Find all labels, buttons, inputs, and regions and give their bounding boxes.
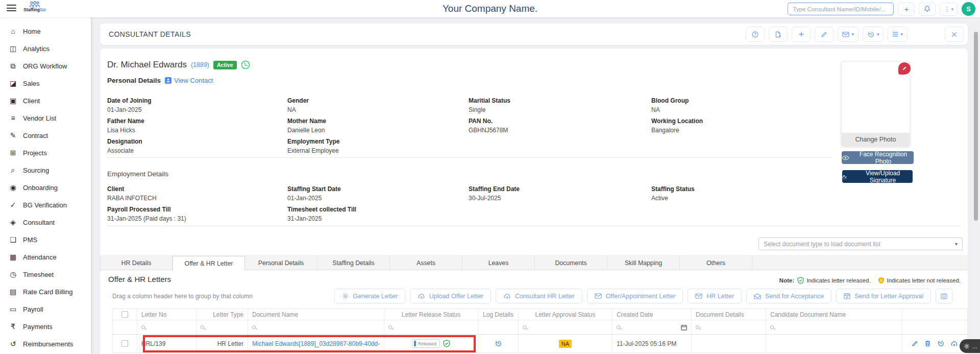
- upload-offer-letter-button[interactable]: Upload Offer Letter: [410, 289, 491, 303]
- scrollbar-thumb[interactable]: [974, 32, 978, 221]
- filter-cell[interactable]: [384, 320, 478, 334]
- sidebar-item-payroll[interactable]: ▭Payroll: [0, 300, 91, 318]
- column-header[interactable]: Letter Release Status: [384, 309, 478, 320]
- document-name-link[interactable]: Michael Edwards[1889]_03d28987-80b9-40dd…: [252, 340, 380, 347]
- sidebar-item-consultant[interactable]: ◈Consultant: [0, 214, 91, 231]
- sidebar-item-client[interactable]: ▣Client: [0, 92, 91, 109]
- photo-edit-button[interactable]: [898, 62, 911, 75]
- sidebar-item-org-workflow[interactable]: ⧉ORG Workflow: [0, 57, 91, 75]
- released-bar-icon: [414, 341, 416, 346]
- column-header[interactable]: Letter Type: [197, 309, 248, 320]
- consultant-hr-letter-button[interactable]: Consultant HR Letter: [496, 289, 582, 303]
- tab-others[interactable]: Others: [680, 256, 752, 270]
- sidebar-item-sales[interactable]: ◪Sales: [0, 75, 91, 92]
- whatsapp-icon[interactable]: [241, 60, 250, 69]
- tab-leaves[interactable]: Leaves: [462, 256, 535, 270]
- add-button[interactable]: +: [898, 3, 915, 16]
- cloud-upload-icon: [418, 293, 425, 299]
- edit-button[interactable]: [815, 27, 834, 42]
- brand-primary: Staffing: [23, 7, 40, 12]
- sidebar-item-bg-verification[interactable]: ✓BG Verification: [0, 196, 91, 214]
- sidebar-item-rate-card-billing[interactable]: ▤Rate Card Billing: [0, 283, 91, 300]
- field-value: Active: [651, 195, 832, 202]
- search-icon: [523, 325, 526, 329]
- filter-cell[interactable]: [766, 320, 902, 334]
- search-icon: [388, 325, 392, 329]
- view-upload-signature-button[interactable]: View/Upload Signature: [842, 170, 913, 183]
- edit-row-button[interactable]: [912, 340, 918, 347]
- help-icon: [752, 31, 758, 38]
- column-header[interactable]: Letter No: [137, 309, 197, 320]
- filter-cell[interactable]: [612, 320, 692, 334]
- send-for-acceptance-button[interactable]: Send for Acceptance: [746, 289, 831, 303]
- close-button[interactable]: [945, 27, 964, 42]
- tab-personal-details[interactable]: Personal Details: [245, 256, 317, 270]
- extension-overlay-button[interactable]: …: [960, 339, 980, 353]
- user-avatar[interactable]: S: [962, 2, 975, 16]
- history-button[interactable]: ▾: [863, 27, 884, 42]
- sidebar-item-analytics[interactable]: ◫Analytics: [0, 40, 91, 57]
- document-add-button[interactable]: [769, 27, 788, 42]
- add-button[interactable]: [792, 27, 811, 42]
- tab-offer-hr-letter[interactable]: Offer & HR Letter: [173, 256, 245, 271]
- table-header-checkbox-cell: [112, 309, 137, 320]
- page-title: CONSULTANT DETAILS: [109, 30, 191, 38]
- consultant-search-input[interactable]: [788, 3, 894, 15]
- column-header[interactable]: Letter Approval Status: [519, 309, 612, 320]
- sidebar-item-pms[interactable]: ❑PMS: [0, 231, 91, 248]
- app-logo[interactable]: StaffingGo: [23, 1, 46, 12]
- select-all-checkbox[interactable]: [121, 311, 128, 318]
- more-options-button[interactable]: ⋮▾: [940, 3, 958, 16]
- sidebar-item-home[interactable]: ⌂Home: [0, 22, 91, 40]
- filter-cell[interactable]: [519, 320, 612, 334]
- field: ClientRABA INFOTECH: [107, 185, 287, 206]
- column-header[interactable]: Document Details: [692, 309, 766, 320]
- sidebar-item-onboarding[interactable]: ◉Onboarding: [0, 179, 91, 196]
- notifications-button[interactable]: [919, 3, 936, 16]
- note-not-released-text: Indicates letter not released.: [887, 277, 961, 284]
- sidebar-item-sourcing[interactable]: ⌕Sourcing: [0, 161, 91, 179]
- sidebar-item-attendance[interactable]: ▦Attendance: [0, 248, 91, 266]
- filter-cell[interactable]: [137, 320, 197, 334]
- row-checkbox[interactable]: [121, 340, 128, 347]
- upload-row-button[interactable]: [950, 340, 958, 347]
- send-for-letter-approval-button[interactable]: Send for Letter Approval: [836, 289, 931, 303]
- generate-letter-button[interactable]: Generate Letter: [334, 289, 405, 303]
- view-contact-link[interactable]: View Contact: [165, 77, 213, 84]
- button-label: Upload Offer Letter: [429, 293, 483, 300]
- section-divider: [107, 226, 961, 226]
- sidebar-item-timesheet[interactable]: ◷Timesheet: [0, 266, 91, 283]
- delete-row-button[interactable]: [924, 340, 932, 347]
- sidebar-item-projects[interactable]: ⊞Projects: [0, 144, 91, 161]
- filter-cell[interactable]: [248, 320, 384, 334]
- tab-staffing-details[interactable]: Staffing Details: [317, 256, 390, 270]
- row-history-button[interactable]: [937, 340, 945, 347]
- offer-appointment-letter-button[interactable]: Offer/Appointment Letter: [587, 289, 683, 303]
- list-button[interactable]: ▾: [888, 27, 908, 42]
- filter-cell[interactable]: [197, 320, 248, 334]
- hamburger-menu-icon[interactable]: [7, 5, 16, 13]
- tab-skill-mapping[interactable]: Skill Mapping: [607, 256, 680, 270]
- help-button[interactable]: [746, 27, 765, 42]
- column-header[interactable]: Candidate Document Name: [766, 309, 902, 320]
- view-contact-label: View Contact: [174, 77, 213, 84]
- mail-button[interactable]: ▾: [838, 27, 859, 42]
- filter-cell[interactable]: [692, 320, 766, 334]
- sidebar-item-contract[interactable]: ✎Contract: [0, 127, 91, 144]
- sidebar-item-vendor-list[interactable]: ≡Vendor List: [0, 109, 91, 127]
- calendar-icon[interactable]: [681, 324, 687, 331]
- column-chooser-button[interactable]: [936, 289, 952, 303]
- column-header[interactable]: Created Date: [612, 309, 692, 320]
- tab-hr-details[interactable]: HR Details: [100, 256, 173, 270]
- document-type-select[interactable]: Select document type to load document li…: [758, 238, 963, 250]
- sidebar-item-payments[interactable]: ₹Payments: [0, 318, 91, 335]
- tab-assets[interactable]: Assets: [390, 256, 462, 270]
- tab-documents[interactable]: Documents: [535, 256, 607, 270]
- column-header[interactable]: Document Name: [248, 309, 384, 320]
- sidebar-item-reimbursements[interactable]: ↺Reimbursements: [0, 335, 91, 352]
- history-icon[interactable]: [495, 340, 502, 347]
- hr-letter-button[interactable]: HR Letter: [688, 289, 742, 303]
- face-recognition-photo-button[interactable]: Face Recognition Photo: [842, 151, 914, 164]
- change-photo-button[interactable]: Change Photo: [842, 133, 910, 146]
- column-header[interactable]: Log Details: [478, 309, 519, 320]
